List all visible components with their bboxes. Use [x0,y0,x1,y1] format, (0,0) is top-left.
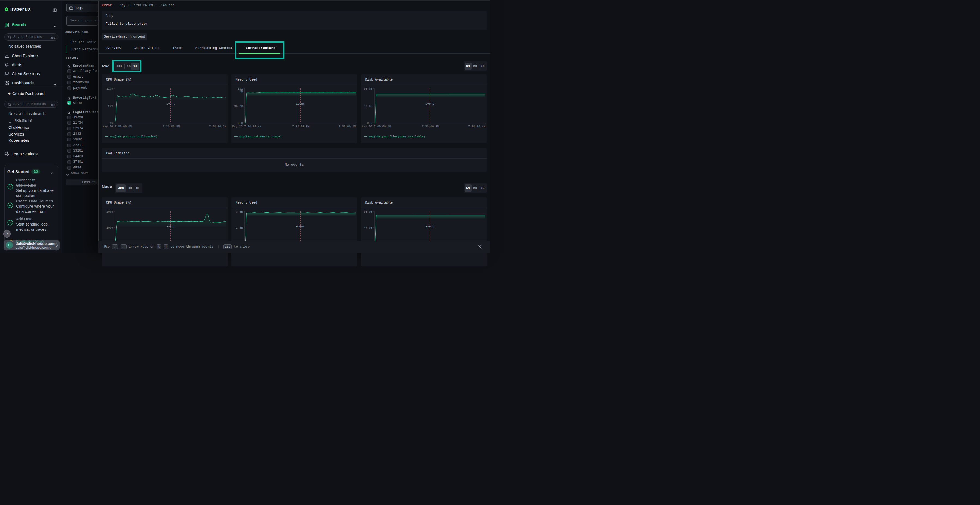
svg-text:0 B: 0 B [367,122,372,125]
svg-text:93 GB: 93 GB [364,87,372,91]
svg-text:0%: 0% [110,122,113,125]
svg-text:May 26 7:00:00 AM: May 26 7:00:00 AM [362,125,391,128]
svg-text:60%: 60% [108,104,113,108]
svg-text:7:00:00 AM: 7:00:00 AM [468,125,485,128]
svg-text:47 GB: 47 GB [364,226,372,229]
svg-text:200%: 200% [106,210,113,213]
svg-text:Event: Event [296,102,305,106]
svg-text:7:30:00 PM: 7:30:00 PM [162,125,180,128]
svg-text:Event: Event [425,102,434,106]
svg-text:Event: Event [296,225,305,228]
svg-text:3 GB: 3 GB [236,210,243,213]
svg-text:120%: 120% [106,87,113,91]
svg-text:7:00:00 AM: 7:00:00 AM [338,125,356,128]
svg-text:7:30:00 PM: 7:30:00 PM [292,125,309,128]
svg-text:Event: Event [166,225,175,228]
svg-text:May 26 7:00:00 AM: May 26 7:00:00 AM [232,125,261,128]
svg-text:May 26 7:00:00 AM: May 26 7:00:00 AM [103,125,132,128]
svg-text:MB: MB [239,90,243,93]
svg-text:100%: 100% [106,226,113,229]
svg-text:avg(k8s.pod.memory.usage): avg(k8s.pod.memory.usage) [239,135,282,138]
svg-text:0 B: 0 B [238,122,243,125]
svg-text:47 GB: 47 GB [364,105,372,108]
svg-text:avg(k8s.pod.cpu.utilization): avg(k8s.pod.cpu.utilization) [110,135,158,138]
svg-text:95 MB: 95 MB [234,105,243,108]
svg-text:93 GB: 93 GB [364,210,372,213]
svg-text:avg(k8s.pod.filesystem.availab: avg(k8s.pod.filesystem.available) [369,135,425,138]
svg-text:7:30:00 PM: 7:30:00 PM [422,125,439,128]
svg-text:Event: Event [166,102,175,106]
svg-text:Event: Event [425,225,434,228]
svg-text:7:00:00 AM: 7:00:00 AM [209,125,226,128]
svg-text:2 GB: 2 GB [236,226,243,229]
